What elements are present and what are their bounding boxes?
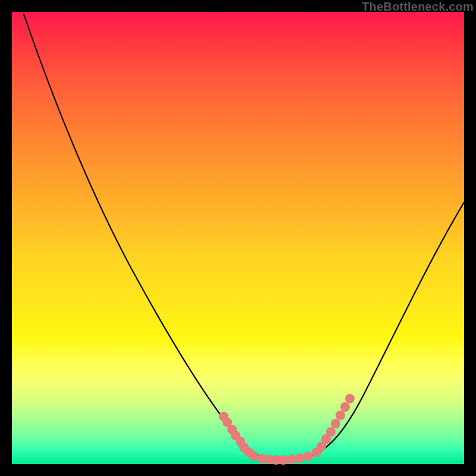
marker-right-3 bbox=[326, 427, 336, 437]
marker-bottom-4 bbox=[287, 455, 296, 464]
curve-layer bbox=[12, 12, 464, 464]
watermark-text: TheBottleneck.com bbox=[362, 0, 474, 14]
marker-right-5 bbox=[336, 411, 345, 420]
bottleneck-curve bbox=[24, 14, 464, 459]
marker-right-7 bbox=[345, 394, 355, 403]
marker-right-4 bbox=[331, 419, 340, 428]
marker-bottom-6 bbox=[303, 452, 313, 461]
marker-bottom-5 bbox=[295, 453, 305, 463]
marker-left-7 bbox=[249, 451, 258, 461]
marker-right-6 bbox=[340, 402, 350, 412]
chart-frame: TheBottleneck.com bbox=[0, 0, 476, 476]
plot-area bbox=[12, 12, 464, 464]
marker-bottom-3 bbox=[278, 455, 288, 465]
